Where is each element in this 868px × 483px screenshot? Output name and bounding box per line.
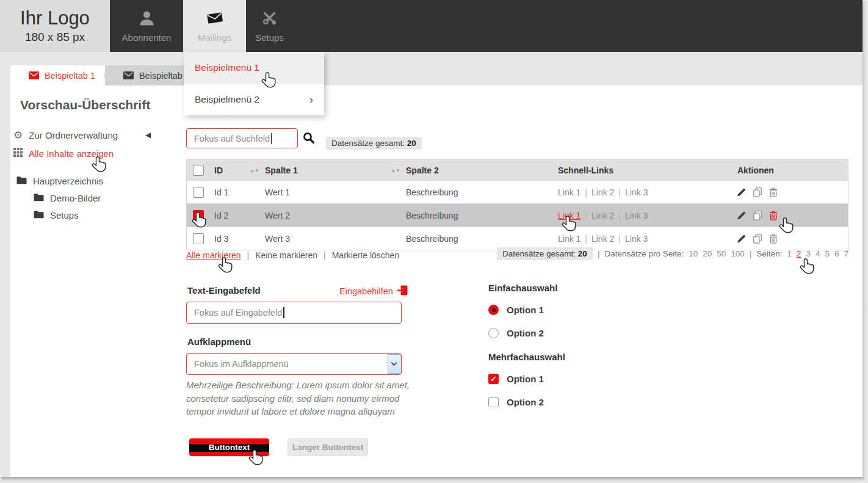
cell-spalte2: Beschreibung <box>406 187 458 197</box>
records-total-label: Datensätze gesamt: <box>502 249 576 258</box>
records-total-label: Datensätze gesamt: <box>331 139 405 148</box>
column-header-aktionen: Aktionen <box>737 165 774 175</box>
secondary-button-label: Langer Buttontext <box>292 443 363 452</box>
menu-item-beispielmenu-2[interactable]: Beispielmenü 2 › <box>184 84 324 115</box>
checkbox-option-2[interactable]: Option 2 <box>488 397 544 407</box>
checkbox-checked-icon[interactable]: ✓ <box>488 374 499 384</box>
sidebar-link-alle-inhalte[interactable]: Alle Inhalte anzeigen <box>13 148 114 159</box>
checkbox-group-heading: Mehrfachauswahl <box>488 352 565 362</box>
sort-arrows-icon[interactable]: ▲▼ <box>391 167 400 173</box>
panel-right-shadow <box>863 1 866 479</box>
radio-label: Option 2 <box>507 328 544 338</box>
quick-link-1[interactable]: Link 1 <box>558 187 580 197</box>
edit-pencil-icon[interactable] <box>736 210 747 220</box>
separator: | <box>247 250 249 260</box>
dropdown-select[interactable]: Fokus im Aufklappmenü <box>186 353 402 375</box>
text-field-label: Text-Eingabefeld <box>187 285 261 296</box>
per-page-option-100[interactable]: 100 <box>731 249 745 258</box>
nav-label-mailings: Mailings <box>198 32 231 43</box>
folder-label: Setups <box>50 210 79 220</box>
radio-unselected-icon[interactable] <box>488 328 499 338</box>
quick-link-1-hovered[interactable]: Link 1 <box>558 211 580 220</box>
cell-spalte1: Wert 2 <box>265 211 290 220</box>
select-arrow-button[interactable] <box>388 354 400 374</box>
copy-icon[interactable] <box>753 233 762 244</box>
column-header-schnell-links: Schnell-Links <box>558 165 613 175</box>
checkbox-unchecked-icon[interactable] <box>488 397 499 407</box>
trash-icon[interactable] <box>769 233 778 244</box>
page-number-4[interactable]: 4 <box>816 249 820 258</box>
gear-icon: ⚙ <box>13 131 23 140</box>
folder-label: Demo-Bilder <box>50 193 101 203</box>
folder-item-setups[interactable]: Setups <box>34 210 79 220</box>
checkbox-option-1[interactable]: ✓ Option 1 <box>488 374 544 384</box>
edit-pencil-icon[interactable] <box>736 233 747 244</box>
primary-button[interactable]: Buttontext <box>189 438 269 456</box>
table-row: Id 1 Wert 1 Beschreibung Link 1 | Link 2… <box>187 180 848 203</box>
quick-link-2[interactable]: Link 2 <box>591 211 614 220</box>
sidebar-collapse-icon[interactable]: ◀ <box>145 131 151 139</box>
cell-quicklinks: Link 1 | Link 2 | Link 3 <box>558 211 648 220</box>
cell-id: Id 3 <box>214 234 228 244</box>
nav-item-abonnenten[interactable]: Abonnenten <box>110 0 183 52</box>
folder-item-hauptverzeichnis[interactable]: Hauptverzeichnis <box>16 176 103 186</box>
cell-id: Id 2 <box>214 211 228 220</box>
page-number-1[interactable]: 1 <box>787 249 792 258</box>
nav-item-mailings[interactable]: Mailings <box>183 0 246 52</box>
quick-link-3[interactable]: Link 3 <box>625 211 648 220</box>
envelope-icon <box>29 71 39 79</box>
copy-icon[interactable] <box>753 187 762 197</box>
row-checkbox[interactable] <box>193 187 204 198</box>
page-number-5[interactable]: 5 <box>825 249 830 258</box>
per-page-option-10[interactable]: 10 <box>689 249 698 258</box>
nav-item-setups[interactable]: Setups <box>246 0 293 52</box>
menu-item-beispielmenu-1[interactable]: Beispielmenü 1 <box>184 52 324 84</box>
trash-icon-hovered[interactable] <box>769 210 778 220</box>
select-all-link[interactable]: Alle markieren <box>186 250 241 260</box>
copy-icon[interactable] <box>753 210 762 220</box>
cell-spalte2: Beschreibung <box>406 234 458 244</box>
search-icon[interactable] <box>303 132 315 147</box>
select-none-link[interactable]: Keine markieren <box>255 250 317 260</box>
per-page-option-20[interactable]: 20 <box>703 249 712 258</box>
submenu-chevron-icon: › <box>309 93 313 106</box>
sidebar-link-ordnerverwaltung[interactable]: ⚙ Zur Ordnerverwaltung <box>13 130 118 140</box>
folder-item-demo-bilder[interactable]: Demo-Bilder <box>34 193 101 203</box>
secondary-button[interactable]: Langer Buttontext <box>288 438 368 456</box>
input-helpers-link[interactable]: Eingabehilfen <box>339 285 408 298</box>
delete-marked-link[interactable]: Markierte löschen <box>332 250 400 260</box>
radio-selected-icon[interactable] <box>488 305 499 315</box>
quick-link-3[interactable]: Link 3 <box>625 187 648 197</box>
page-number-6[interactable]: 6 <box>834 249 839 258</box>
select-all-checkbox[interactable] <box>193 165 204 176</box>
column-header-spalte1[interactable]: Spalte 1 <box>265 165 298 175</box>
search-input[interactable]: Fokus auf Suchfeld <box>186 128 298 148</box>
quick-link-1[interactable]: Link 1 <box>558 234 580 244</box>
logo-title: Ihr Logo <box>20 8 90 29</box>
nav-label-abonnenten: Abonnenten <box>122 32 172 43</box>
sidebar-link-label: Zur Ordnerverwaltung <box>29 130 118 140</box>
menu-item-label: Beispielmenü 1 <box>195 62 259 73</box>
per-page-option-50[interactable]: 50 <box>717 249 726 258</box>
column-header-spalte2[interactable]: Spalte 2 <box>406 165 439 175</box>
cell-spalte1: Wert 1 <box>265 187 290 197</box>
radio-option-2[interactable]: Option 2 <box>488 328 544 338</box>
page-number-2-hovered[interactable]: 2 <box>797 249 801 258</box>
quick-link-2[interactable]: Link 2 <box>591 187 614 197</box>
edit-pencil-icon[interactable] <box>736 187 747 197</box>
primary-button-label: Buttontext <box>209 443 250 452</box>
row-checkbox[interactable] <box>193 233 204 244</box>
row-checkbox-checked[interactable] <box>193 210 204 221</box>
logo-size-text: 180 x 85 px <box>25 31 85 44</box>
page-number-7[interactable]: 7 <box>844 249 848 258</box>
text-input-field[interactable]: Fokus auf Eingabefeld <box>186 302 402 324</box>
column-header-id[interactable]: ID <box>214 165 223 175</box>
quick-link-2[interactable]: Link 2 <box>591 234 614 244</box>
radio-option-1[interactable]: Option 1 <box>488 305 544 315</box>
radio-label: Option 1 <box>507 305 544 315</box>
folder-label: Hauptverzeichnis <box>33 176 103 186</box>
trash-icon[interactable] <box>769 187 778 197</box>
quick-link-3[interactable]: Link 3 <box>625 234 648 244</box>
sort-arrows-icon[interactable]: ▲▼ <box>250 167 259 173</box>
page-number-3[interactable]: 3 <box>806 249 811 258</box>
